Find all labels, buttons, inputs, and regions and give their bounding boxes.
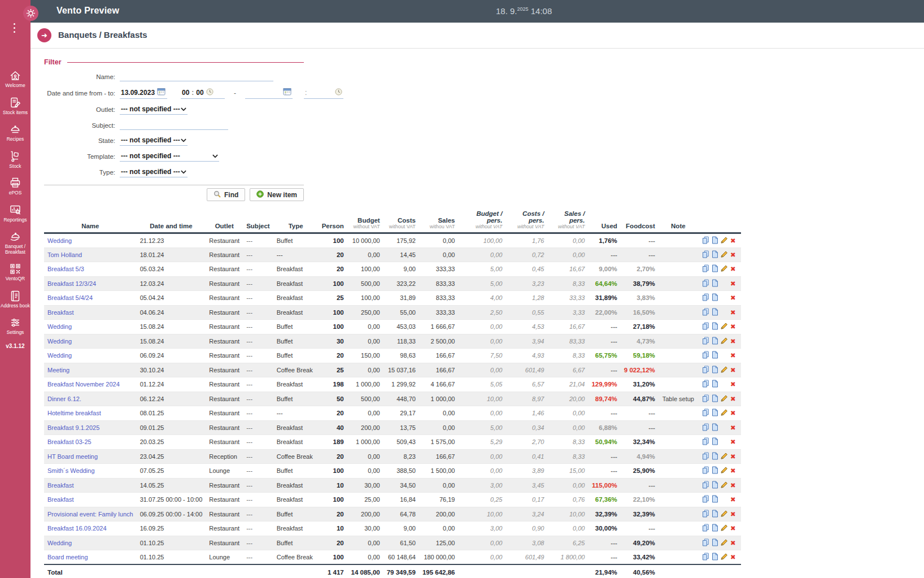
delete-icon[interactable]: ✖ <box>729 395 738 403</box>
delete-icon[interactable]: ✖ <box>729 438 738 446</box>
delete-icon[interactable]: ✖ <box>729 539 738 547</box>
delete-icon[interactable]: ✖ <box>729 553 738 561</box>
document-icon[interactable] <box>711 524 720 533</box>
edit-pencil-icon[interactable] <box>720 264 729 273</box>
delete-icon[interactable]: ✖ <box>729 265 738 273</box>
event-link[interactable]: Breakfast 9.1.2025 <box>47 424 99 431</box>
event-link[interactable]: Wedding <box>47 352 72 359</box>
event-link[interactable]: Smith´s Wedding <box>47 467 95 474</box>
delete-icon[interactable]: ✖ <box>729 510 738 518</box>
document-icon[interactable] <box>711 351 720 360</box>
edit-pencil-icon[interactable] <box>720 236 729 245</box>
delete-icon[interactable]: ✖ <box>729 323 738 331</box>
event-link[interactable]: Tom Holland <box>47 251 82 258</box>
delete-icon[interactable]: ✖ <box>729 366 738 374</box>
delete-icon[interactable]: ✖ <box>729 351 738 359</box>
sidebar-item-banquet-breakfast[interactable]: Banquet / Breakfast <box>0 230 30 255</box>
delete-icon[interactable]: ✖ <box>729 237 738 245</box>
sidebar-item-settings[interactable]: Settings <box>0 316 30 336</box>
copy-icon[interactable] <box>701 337 711 346</box>
sidebar-item-stock[interactable]: Stock <box>0 150 30 170</box>
document-icon[interactable] <box>711 437 720 446</box>
time-from-input[interactable]: 00:00 <box>181 88 225 99</box>
document-icon[interactable] <box>711 510 720 519</box>
document-icon[interactable] <box>711 279 720 288</box>
copy-icon[interactable] <box>701 366 711 375</box>
outlet-filter-select[interactable]: --- not specified --- <box>120 105 188 115</box>
document-icon[interactable] <box>711 236 720 245</box>
sidebar-item-recipes[interactable]: Recipes <box>0 123 30 142</box>
date-from-input[interactable]: 13.09.2023 <box>120 87 167 99</box>
edit-pencil-icon[interactable] <box>720 322 729 331</box>
document-icon[interactable] <box>711 538 720 547</box>
event-link[interactable]: Breakfast 5/4/24 <box>47 294 93 301</box>
event-link[interactable]: Breakfast <box>47 496 73 503</box>
delete-icon[interactable]: ✖ <box>729 453 738 460</box>
calendar-icon[interactable] <box>157 88 165 97</box>
document-icon[interactable] <box>711 322 720 331</box>
delete-icon[interactable]: ✖ <box>729 524 738 532</box>
copy-icon[interactable] <box>701 437 711 446</box>
gear-icon[interactable] <box>23 6 38 21</box>
subject-filter-input[interactable] <box>120 120 228 130</box>
document-icon[interactable] <box>711 380 720 389</box>
copy-icon[interactable] <box>701 236 711 245</box>
copy-icon[interactable] <box>701 510 711 519</box>
sidebar-item-stock-items[interactable]: Stock items <box>0 96 30 116</box>
event-link[interactable]: Breakfast 03-25 <box>47 438 91 445</box>
document-icon[interactable] <box>711 495 720 504</box>
event-link[interactable]: Breakfast 5/3 <box>47 266 84 272</box>
delete-icon[interactable]: ✖ <box>729 467 738 475</box>
edit-pencil-icon[interactable] <box>720 250 729 259</box>
clock-icon[interactable] <box>335 88 342 97</box>
edit-pencil-icon[interactable] <box>720 394 729 403</box>
edit-pencil-icon[interactable] <box>720 524 729 533</box>
document-icon[interactable] <box>711 293 720 302</box>
event-link[interactable]: Provisional event: Family lunch <box>47 511 133 518</box>
edit-pencil-icon[interactable] <box>720 553 729 562</box>
delete-icon[interactable]: ✖ <box>729 481 738 489</box>
edit-pencil-icon[interactable] <box>720 466 729 475</box>
event-link[interactable]: HT Board meeting <box>47 453 98 460</box>
copy-icon[interactable] <box>701 293 711 302</box>
event-link[interactable]: Wedding <box>47 338 72 345</box>
sidebar-item-reportings[interactable]: Reportings <box>0 203 30 223</box>
copy-icon[interactable] <box>701 524 711 533</box>
event-link[interactable]: Wedding <box>47 323 72 330</box>
document-icon[interactable] <box>711 408 720 418</box>
document-icon[interactable] <box>711 366 720 375</box>
copy-icon[interactable] <box>701 308 711 317</box>
delete-icon[interactable]: ✖ <box>729 380 738 388</box>
event-link[interactable]: Breakfast November 2024 <box>47 381 120 388</box>
delete-icon[interactable]: ✖ <box>729 308 738 316</box>
page-arrow-icon[interactable]: ➜ <box>37 28 51 42</box>
delete-icon[interactable]: ✖ <box>729 424 738 432</box>
delete-icon[interactable]: ✖ <box>729 409 738 417</box>
find-button[interactable]: Find <box>207 188 245 201</box>
edit-pencil-icon[interactable] <box>720 337 729 346</box>
copy-icon[interactable] <box>701 423 711 432</box>
delete-icon[interactable]: ✖ <box>729 251 738 259</box>
event-link[interactable]: Hoteltime breakfast <box>47 410 101 416</box>
event-link[interactable]: Breakfast <box>47 482 73 489</box>
edit-pencil-icon[interactable] <box>720 510 729 519</box>
event-link[interactable]: Meeting <box>47 367 69 373</box>
copy-icon[interactable] <box>701 553 711 562</box>
event-link[interactable]: Breakfast 16.09.2024 <box>47 525 107 532</box>
document-icon[interactable] <box>711 308 720 317</box>
time-to-input[interactable]: : <box>304 88 343 99</box>
date-to-input[interactable] <box>245 87 293 99</box>
edit-pencil-icon[interactable] <box>720 481 729 490</box>
copy-icon[interactable] <box>701 351 711 360</box>
copy-icon[interactable] <box>701 380 711 389</box>
delete-icon[interactable]: ✖ <box>729 337 738 345</box>
copy-icon[interactable] <box>701 408 711 418</box>
copy-icon[interactable] <box>701 495 711 504</box>
document-icon[interactable] <box>711 452 720 461</box>
copy-icon[interactable] <box>701 394 711 403</box>
template-filter-select[interactable]: --- not specified --- <box>120 151 219 162</box>
edit-pencil-icon[interactable] <box>720 538 729 547</box>
delete-icon[interactable]: ✖ <box>729 280 738 288</box>
document-icon[interactable] <box>711 264 720 273</box>
edit-pencil-icon[interactable] <box>720 452 729 461</box>
